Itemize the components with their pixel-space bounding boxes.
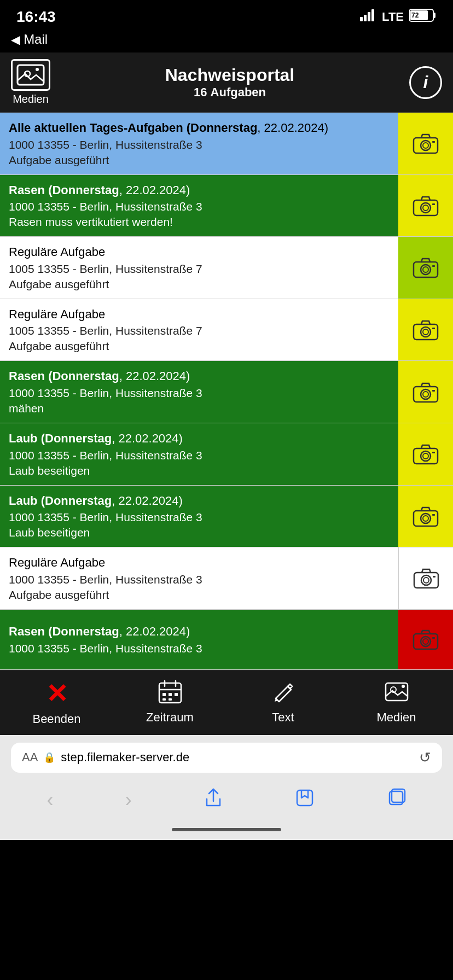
task-address: 1000 13355 - Berlin, Hussitenstraße 3 (9, 511, 390, 524)
calendar-icon (158, 680, 182, 707)
status-time: 16:43 (16, 8, 56, 26)
browser-bar: AA 🔒 step.filemaker-server.de ↺ (0, 735, 453, 780)
status-bar: 16:43 LTE 72 (0, 0, 453, 30)
tab-beenden[interactable]: ✕ Beenden (19, 678, 95, 726)
home-bar (172, 828, 281, 831)
svg-point-20 (421, 265, 431, 275)
mail-back[interactable]: Mail (0, 30, 453, 52)
svg-rect-22 (432, 265, 435, 267)
task-content: Laub (Donnerstag, 22.02.2024)1000 13355 … (0, 423, 398, 485)
task-item[interactable]: Laub (Donnerstag, 22.02.2024)1000 13355 … (0, 423, 453, 486)
task-desc: Aufgabe ausgeführt (9, 588, 390, 602)
svg-point-28 (421, 389, 431, 399)
svg-rect-30 (432, 390, 435, 392)
task-address: 1000 13355 - Berlin, Hussitenstraße 3 (9, 138, 390, 151)
task-item[interactable]: Rasen (Donnerstag, 22.02.2024)1000 13355… (0, 361, 453, 423)
svg-point-32 (421, 451, 431, 461)
svg-point-24 (421, 327, 431, 337)
task-item[interactable]: Rasen (Donnerstag, 22.02.2024)1000 13355… (0, 610, 453, 670)
camera-button[interactable] (398, 361, 453, 423)
reload-button[interactable]: ↺ (419, 749, 431, 766)
task-item[interactable]: Reguläre Aufgabe1005 13355 - Berlin, Hus… (0, 299, 453, 361)
task-desc: Laub beseitigen (9, 464, 390, 477)
camera-button[interactable] (398, 175, 453, 237)
task-title: Reguläre Aufgabe (9, 555, 390, 571)
bookmarks-button[interactable] (295, 788, 315, 813)
camera-button[interactable] (398, 299, 453, 361)
task-item[interactable]: Reguläre Aufgabe1005 13355 - Berlin, Hus… (0, 237, 453, 299)
camera-button[interactable] (398, 486, 453, 547)
forward-button[interactable]: › (125, 789, 132, 812)
tab-zeitraum-label: Zeitraum (146, 710, 194, 725)
svg-rect-1 (364, 15, 367, 21)
svg-point-44 (421, 637, 431, 646)
svg-rect-0 (360, 17, 363, 21)
task-item[interactable]: Alle aktuellen Tages-Aufgaben (Donnersta… (0, 113, 453, 175)
task-item[interactable]: Rasen (Donnerstag, 22.02.2024)1000 13355… (0, 175, 453, 237)
url-input[interactable]: AA 🔒 step.filemaker-server.de ↺ (11, 743, 442, 773)
svg-point-12 (421, 141, 431, 150)
task-title: Rasen (Donnerstag, 22.02.2024) (9, 369, 390, 384)
svg-point-10 (36, 68, 39, 71)
svg-point-36 (421, 514, 431, 523)
tab-medien[interactable]: Medien (358, 680, 435, 725)
back-button[interactable]: ‹ (47, 789, 54, 812)
task-content: Reguläre Aufgabe1005 13355 - Berlin, Hus… (0, 299, 398, 361)
camera-button[interactable] (398, 610, 453, 669)
tab-bar: ✕ Beenden Zeitraum T (0, 670, 453, 735)
tab-text[interactable]: Text (245, 680, 322, 725)
svg-rect-26 (432, 328, 435, 329)
svg-rect-8 (18, 65, 44, 85)
svg-rect-55 (169, 698, 172, 701)
camera-button[interactable] (398, 237, 453, 299)
svg-rect-18 (432, 203, 435, 205)
task-content: Alle aktuellen Tages-Aufgaben (Donnersta… (0, 113, 398, 174)
tab-zeitraum[interactable]: Zeitraum (132, 680, 208, 725)
tab-medien-label: Medien (376, 710, 416, 725)
svg-point-37 (423, 516, 428, 521)
task-content: Laub (Donnerstag, 22.02.2024)1000 13355 … (0, 486, 398, 547)
task-desc: Laub beseitigen (9, 526, 390, 539)
task-item[interactable]: Reguläre Aufgabe1000 13355 - Berlin, Hus… (0, 547, 453, 610)
svg-rect-34 (432, 452, 435, 453)
task-content: Reguläre Aufgabe1000 13355 - Berlin, Hus… (0, 547, 398, 609)
task-title: Laub (Donnerstag, 22.02.2024) (9, 493, 390, 509)
svg-rect-52 (169, 693, 172, 696)
svg-point-41 (423, 578, 429, 583)
header-center: Nachweisportal 16 Aufgaben (165, 65, 295, 100)
task-address: 1000 13355 - Berlin, Hussitenstraße 3 (9, 573, 390, 586)
battery-icon: 72 (409, 8, 437, 26)
svg-point-21 (423, 267, 428, 272)
svg-rect-54 (162, 698, 166, 701)
tabs-button[interactable] (386, 788, 406, 813)
task-title: Reguläre Aufgabe (9, 307, 390, 323)
tab-beenden-label: Beenden (32, 712, 80, 726)
task-desc: mähen (9, 402, 390, 415)
camera-button[interactable] (398, 113, 453, 174)
lte-label: LTE (382, 10, 404, 24)
camera-button[interactable] (398, 547, 453, 609)
camera-icon (411, 318, 440, 342)
task-address: 1000 13355 - Berlin, Hussitenstraße 3 (9, 200, 390, 213)
camera-icon (411, 194, 440, 218)
task-item[interactable]: Laub (Donnerstag, 22.02.2024)1000 13355 … (0, 486, 453, 548)
header-media-button[interactable]: Medien (11, 59, 50, 106)
task-title: Alle aktuellen Tages-Aufgaben (Donnersta… (9, 120, 390, 136)
task-desc: Rasen muss vertikutiert werden! (9, 215, 390, 229)
svg-rect-3 (371, 9, 374, 21)
share-button[interactable] (204, 788, 223, 813)
svg-point-17 (423, 205, 428, 211)
task-title: Laub (Donnerstag, 22.02.2024) (9, 431, 390, 447)
task-address: 1000 13355 - Berlin, Hussitenstraße 3 (9, 642, 390, 655)
svg-rect-38 (432, 514, 435, 516)
task-list: Alle aktuellen Tages-Aufgaben (Donnersta… (0, 113, 453, 670)
camera-icon (411, 131, 440, 155)
lock-icon: 🔒 (43, 751, 55, 763)
signal-icon (360, 9, 376, 25)
task-content: Rasen (Donnerstag, 22.02.2024)1000 13355… (0, 361, 398, 423)
tab-text-label: Text (272, 710, 294, 725)
info-button[interactable]: i (409, 66, 442, 99)
svg-rect-5 (433, 13, 435, 18)
camera-button[interactable] (398, 423, 453, 485)
task-desc: Aufgabe ausgeführt (9, 154, 390, 167)
